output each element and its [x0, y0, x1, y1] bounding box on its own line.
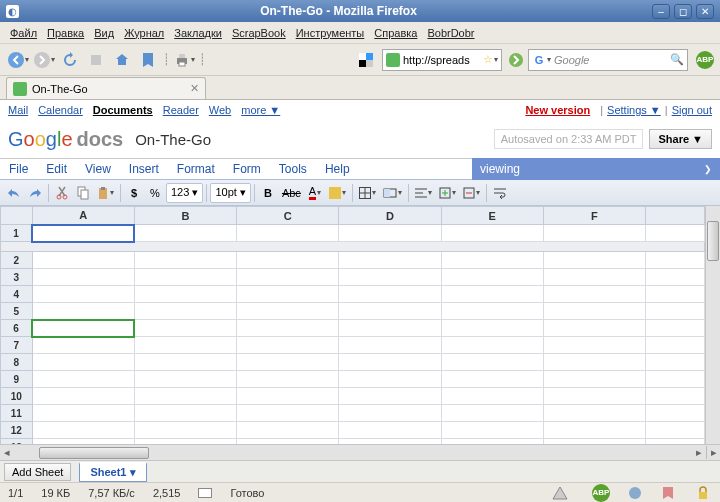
- cell[interactable]: [32, 303, 134, 320]
- cell[interactable]: [441, 252, 543, 269]
- row-header[interactable]: 12: [1, 422, 33, 439]
- row-header[interactable]: 9: [1, 371, 33, 388]
- bookmark-star-icon[interactable]: ☆: [483, 53, 493, 66]
- settings-link[interactable]: Settings ▼: [607, 104, 661, 116]
- home-button[interactable]: [110, 48, 134, 72]
- cell[interactable]: [543, 388, 645, 405]
- address-dropdown-icon[interactable]: ▾: [494, 55, 498, 64]
- cell[interactable]: [134, 388, 236, 405]
- row-header[interactable]: 5: [1, 303, 33, 320]
- forward-button[interactable]: ▾: [32, 48, 56, 72]
- horizontal-scrollbar[interactable]: ◂ ▸ ▸: [0, 444, 720, 460]
- col-header[interactable]: C: [237, 207, 339, 225]
- cell[interactable]: [134, 303, 236, 320]
- docs-menu-insert[interactable]: Insert: [120, 162, 168, 176]
- cell[interactable]: [134, 225, 236, 242]
- cell[interactable]: [543, 320, 645, 337]
- menu-tools[interactable]: Инструменты: [292, 25, 369, 41]
- cell[interactable]: [543, 337, 645, 354]
- docs-menu-file[interactable]: File: [0, 162, 37, 176]
- cell[interactable]: [134, 320, 236, 337]
- cell[interactable]: [441, 286, 543, 303]
- format-currency-button[interactable]: $: [124, 183, 144, 203]
- stop-button[interactable]: [84, 48, 108, 72]
- address-bar[interactable]: http://spreads ☆ ▾: [382, 49, 502, 71]
- menu-file[interactable]: Файл: [6, 25, 41, 41]
- extension-icon[interactable]: [628, 486, 644, 500]
- cell[interactable]: [32, 422, 134, 439]
- bookmark-button[interactable]: [136, 48, 160, 72]
- bookmark-status-icon[interactable]: [662, 486, 678, 500]
- cell[interactable]: [32, 252, 134, 269]
- cell[interactable]: [339, 225, 441, 242]
- cell[interactable]: [32, 337, 134, 354]
- search-go-icon[interactable]: 🔍: [670, 53, 684, 66]
- search-box[interactable]: G▾ Google 🔍: [528, 49, 688, 71]
- row-header[interactable]: 11: [1, 405, 33, 422]
- noscript-icon[interactable]: [552, 486, 568, 500]
- cell[interactable]: [32, 371, 134, 388]
- cell[interactable]: [441, 225, 543, 242]
- menu-view[interactable]: Вид: [90, 25, 118, 41]
- menu-help[interactable]: Справка: [370, 25, 421, 41]
- gnav-mail[interactable]: Mail: [8, 104, 28, 116]
- cell[interactable]: [339, 303, 441, 320]
- cell[interactable]: [134, 439, 236, 445]
- menu-history[interactable]: Журнал: [120, 25, 168, 41]
- align-button[interactable]: ▾: [412, 183, 435, 203]
- google-docs-logo[interactable]: Googledocs: [8, 128, 123, 151]
- cell[interactable]: [134, 422, 236, 439]
- paste-button[interactable]: ▾: [94, 183, 117, 203]
- col-header[interactable]: [646, 207, 705, 225]
- cell[interactable]: [237, 337, 339, 354]
- docs-menu-view[interactable]: View: [76, 162, 120, 176]
- row-header[interactable]: 8: [1, 354, 33, 371]
- tab-close-icon[interactable]: ✕: [190, 82, 199, 95]
- spreadsheet-grid[interactable]: ABCDEF123456789101112131415: [0, 206, 720, 444]
- scroll-end-icon[interactable]: ▸: [706, 446, 720, 459]
- cell[interactable]: [646, 439, 705, 445]
- close-button[interactable]: ✕: [696, 4, 714, 19]
- borders-button[interactable]: ▾: [356, 183, 379, 203]
- cell[interactable]: [237, 252, 339, 269]
- delicious-icon[interactable]: [354, 48, 378, 72]
- cell[interactable]: [646, 269, 705, 286]
- row-header[interactable]: 2: [1, 252, 33, 269]
- col-header[interactable]: F: [543, 207, 645, 225]
- cell[interactable]: [646, 303, 705, 320]
- cell[interactable]: [441, 422, 543, 439]
- minimize-button[interactable]: –: [652, 4, 670, 19]
- docs-menu-form[interactable]: Form: [224, 162, 270, 176]
- cell[interactable]: [646, 405, 705, 422]
- reload-button[interactable]: [58, 48, 82, 72]
- cell[interactable]: [543, 252, 645, 269]
- cell[interactable]: [32, 405, 134, 422]
- cell[interactable]: [32, 354, 134, 371]
- col-header[interactable]: E: [441, 207, 543, 225]
- share-button[interactable]: Share ▼: [649, 129, 712, 149]
- cell[interactable]: [339, 354, 441, 371]
- cell[interactable]: [543, 225, 645, 242]
- delete-button[interactable]: ▾: [460, 183, 483, 203]
- docs-menu-help[interactable]: Help: [316, 162, 359, 176]
- cell[interactable]: [339, 388, 441, 405]
- format-percent-button[interactable]: %: [145, 183, 165, 203]
- cell[interactable]: [339, 252, 441, 269]
- cell[interactable]: [237, 303, 339, 320]
- cell[interactable]: [441, 354, 543, 371]
- row-header[interactable]: 6: [1, 320, 33, 337]
- cell[interactable]: [237, 269, 339, 286]
- cell[interactable]: [237, 439, 339, 445]
- cell[interactable]: [339, 405, 441, 422]
- cell[interactable]: [441, 337, 543, 354]
- gnav-calendar[interactable]: Calendar: [38, 104, 83, 116]
- add-sheet-button[interactable]: Add Sheet: [4, 463, 71, 481]
- signout-link[interactable]: Sign out: [672, 104, 712, 116]
- go-button[interactable]: [506, 50, 526, 70]
- cell[interactable]: [237, 225, 339, 242]
- cell[interactable]: [32, 320, 134, 337]
- adblock-status-icon[interactable]: ABP: [592, 484, 610, 502]
- scroll-left-icon[interactable]: ◂: [0, 446, 14, 459]
- cell[interactable]: [32, 269, 134, 286]
- cell[interactable]: [339, 439, 441, 445]
